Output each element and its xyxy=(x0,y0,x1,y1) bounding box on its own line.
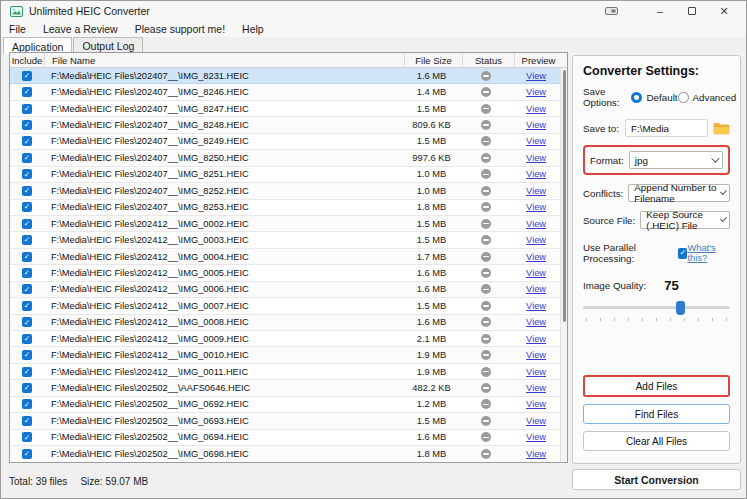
column-header-status[interactable]: Status xyxy=(462,53,514,67)
include-checkbox[interactable]: ✓ xyxy=(22,120,32,130)
table-row[interactable]: ✓ F:\Media\HEIC Files\202412__\IMG_0007.… xyxy=(10,298,560,314)
start-conversion-button[interactable]: Start Conversion xyxy=(572,469,741,490)
table-row[interactable]: ✓ F:\Media\HEIC Files\202407__\IMG_8246.… xyxy=(10,84,560,100)
table-row[interactable]: ✓ F:\Media\HEIC Files\202502__\AAFS0646.… xyxy=(10,380,560,396)
table-row[interactable]: ✓ F:\Media\HEIC Files\202412__\IMG_0010.… xyxy=(10,347,560,363)
include-checkbox[interactable]: ✓ xyxy=(22,268,32,278)
table-row[interactable]: ✓ F:\Media\HEIC Files\202407__\IMG_8247.… xyxy=(10,101,560,117)
include-checkbox[interactable]: ✓ xyxy=(22,301,32,311)
table-row[interactable]: ✓ F:\Media\HEIC Files\202412__\IMG_0008.… xyxy=(10,315,560,331)
include-checkbox[interactable]: ✓ xyxy=(22,383,32,393)
include-checkbox[interactable]: ✓ xyxy=(22,416,32,426)
view-link[interactable]: View xyxy=(526,399,546,409)
view-link[interactable]: View xyxy=(526,449,546,459)
table-row[interactable]: ✓ F:\Media\HEIC Files\202502__\IMG_0692.… xyxy=(10,397,560,413)
include-checkbox[interactable]: ✓ xyxy=(22,350,32,360)
parallel-processing-checkbox[interactable]: ✓ xyxy=(678,248,687,259)
table-row[interactable]: ✓ F:\Media\HEIC Files\202412__\IMG_0009.… xyxy=(10,331,560,347)
table-row[interactable]: ✓ F:\Media\HEIC Files\202502__\IMG_0698.… xyxy=(10,446,560,462)
maximize-button[interactable] xyxy=(676,2,708,20)
menu-leave-a-review[interactable]: Leave a Review xyxy=(43,23,118,35)
view-link[interactable]: View xyxy=(526,219,546,229)
view-link[interactable]: View xyxy=(526,153,546,163)
view-link[interactable]: View xyxy=(526,334,546,344)
view-link[interactable]: View xyxy=(526,317,546,327)
table-row[interactable]: ✓ F:\Media\HEIC Files\202412__\IMG_0011.… xyxy=(10,364,560,380)
view-link[interactable]: View xyxy=(526,104,546,114)
view-link[interactable]: View xyxy=(526,432,546,442)
column-header-include[interactable]: Include xyxy=(10,53,44,67)
column-header-preview[interactable]: Preview xyxy=(514,53,562,67)
whats-this-link[interactable]: What's this? xyxy=(687,243,730,263)
table-row[interactable]: ✓ F:\Media\HEIC Files\202407__\IMG_8231.… xyxy=(10,68,560,84)
vertical-scrollbar[interactable] xyxy=(560,68,567,462)
view-link[interactable]: View xyxy=(526,71,546,81)
tab-output-log[interactable]: Output Log xyxy=(73,37,143,53)
view-link[interactable]: View xyxy=(526,416,546,426)
view-link[interactable]: View xyxy=(526,169,546,179)
include-checkbox[interactable]: ✓ xyxy=(22,87,32,97)
menu-please-support-me[interactable]: Please support me! xyxy=(135,23,225,35)
table-row[interactable]: ✓ F:\Media\HEIC Files\202412__\IMG_0002.… xyxy=(10,216,560,232)
column-header-file-name[interactable]: File Name xyxy=(44,53,404,67)
table-row[interactable]: ✓ F:\Media\HEIC Files\202407__\IMG_8248.… xyxy=(10,117,560,133)
view-link[interactable]: View xyxy=(526,235,546,245)
clear-all-files-button[interactable]: Clear All Files xyxy=(583,431,730,451)
view-link[interactable]: View xyxy=(526,367,546,377)
menu-help[interactable]: Help xyxy=(242,23,264,35)
source-file-dropdown[interactable]: Keep Source (.HEIC) File xyxy=(640,211,730,229)
include-checkbox[interactable]: ✓ xyxy=(22,399,32,409)
table-row[interactable]: ✓ F:\Media\HEIC Files\202412__\IMG_0004.… xyxy=(10,249,560,265)
table-row[interactable]: ✓ F:\Media\HEIC Files\202412__\IMG_0006.… xyxy=(10,282,560,298)
table-row[interactable]: ✓ F:\Media\HEIC Files\202407__\IMG_8251.… xyxy=(10,167,560,183)
format-dropdown[interactable]: jpg xyxy=(629,151,723,169)
scrollbar-thumb[interactable] xyxy=(563,70,566,322)
include-checkbox[interactable]: ✓ xyxy=(22,252,32,262)
include-checkbox[interactable]: ✓ xyxy=(22,449,32,459)
window-badge-icon[interactable] xyxy=(605,6,618,16)
find-files-button[interactable]: Find Files xyxy=(583,404,730,424)
view-link[interactable]: View xyxy=(526,284,546,294)
include-checkbox[interactable]: ✓ xyxy=(22,71,32,81)
include-checkbox[interactable]: ✓ xyxy=(22,202,32,212)
close-button[interactable]: ✕ xyxy=(708,2,740,20)
table-row[interactable]: ✓ F:\Media\HEIC Files\202412__\IMG_0003.… xyxy=(10,232,560,248)
include-checkbox[interactable]: ✓ xyxy=(22,153,32,163)
include-checkbox[interactable]: ✓ xyxy=(22,317,32,327)
include-checkbox[interactable]: ✓ xyxy=(22,284,32,294)
view-link[interactable]: View xyxy=(526,350,546,360)
view-link[interactable]: View xyxy=(526,87,546,97)
table-row[interactable]: ✓ F:\Media\HEIC Files\202407__\IMG_8253.… xyxy=(10,200,560,216)
conflicts-dropdown[interactable]: Append Number to Filename xyxy=(628,184,730,202)
view-link[interactable]: View xyxy=(526,120,546,130)
include-checkbox[interactable]: ✓ xyxy=(22,432,32,442)
include-checkbox[interactable]: ✓ xyxy=(22,104,32,114)
table-row[interactable]: ✓ F:\Media\HEIC Files\202407__\IMG_8250.… xyxy=(10,150,560,166)
include-checkbox[interactable]: ✓ xyxy=(22,367,32,377)
folder-browse-icon[interactable] xyxy=(713,122,730,135)
view-link[interactable]: View xyxy=(526,383,546,393)
include-checkbox[interactable]: ✓ xyxy=(22,186,32,196)
table-row[interactable]: ✓ F:\Media\HEIC Files\202407__\IMG_8252.… xyxy=(10,183,560,199)
table-row[interactable]: ✓ F:\Media\HEIC Files\202412__\IMG_0005.… xyxy=(10,265,560,281)
table-row[interactable]: ✓ F:\Media\HEIC Files\202502__\IMG_0694.… xyxy=(10,430,560,446)
include-checkbox[interactable]: ✓ xyxy=(22,136,32,146)
view-link[interactable]: View xyxy=(526,252,546,262)
minimize-button[interactable]: – xyxy=(644,2,676,20)
column-header-file-size[interactable]: File Size xyxy=(404,53,462,67)
view-link[interactable]: View xyxy=(526,186,546,196)
include-checkbox[interactable]: ✓ xyxy=(22,235,32,245)
view-link[interactable]: View xyxy=(526,301,546,311)
view-link[interactable]: View xyxy=(526,202,546,212)
include-checkbox[interactable]: ✓ xyxy=(22,219,32,229)
table-row[interactable]: ✓ F:\Media\HEIC Files\202407__\IMG_8249.… xyxy=(10,134,560,150)
slider-thumb[interactable] xyxy=(676,301,685,315)
image-quality-slider[interactable] xyxy=(583,301,730,315)
add-files-button[interactable]: Add Files xyxy=(583,375,730,397)
include-checkbox[interactable]: ✓ xyxy=(22,169,32,179)
menu-file[interactable]: File xyxy=(9,23,26,35)
table-row[interactable]: ✓ F:\Media\HEIC Files\202502__\IMG_0693.… xyxy=(10,413,560,429)
view-link[interactable]: View xyxy=(526,136,546,146)
view-link[interactable]: View xyxy=(526,268,546,278)
radio-default[interactable] xyxy=(631,92,642,103)
